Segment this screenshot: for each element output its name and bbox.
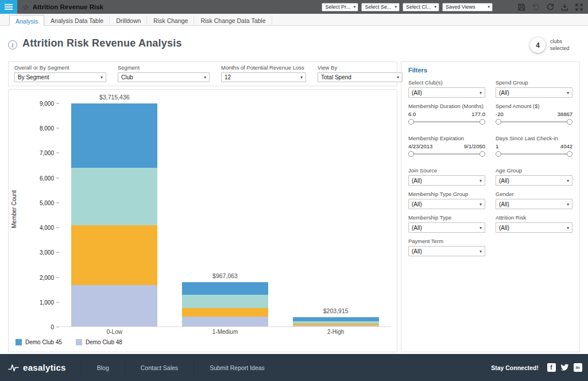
- slider-handle-min[interactable]: [496, 151, 501, 157]
- hamburger-menu-button[interactable]: [0, 0, 17, 14]
- facebook-icon[interactable]: f: [547, 363, 556, 372]
- expand-icon[interactable]: [575, 3, 583, 11]
- brand-name: easalytics: [23, 363, 66, 372]
- y-tick: 0: [51, 324, 59, 330]
- bar-segment[interactable]: [182, 317, 268, 327]
- topbar-select-select-cl[interactable]: Select Cl...▾: [403, 3, 439, 11]
- select-value: (All): [412, 201, 422, 207]
- control-select-months-of-potential-revenue-loss[interactable]: 12▾: [221, 72, 306, 82]
- footer-link-blog[interactable]: Blog: [82, 364, 125, 371]
- control-overall-or-by-segment: Overall or By SegmentBy Segment▾: [14, 64, 106, 82]
- topbar-select-saved-views[interactable]: Saved Views▾: [442, 3, 493, 11]
- bar-segment[interactable]: [293, 317, 379, 321]
- clubs-selected-badge: 4 clubs selected: [530, 37, 574, 53]
- favorite-star-icon[interactable]: ☆: [22, 3, 29, 11]
- control-label: Segment: [118, 64, 210, 71]
- filter-attrition-risk: Attrition Risk(All)▾: [496, 214, 572, 233]
- legend-item-demo-club-45[interactable]: Demo Club 45: [16, 339, 62, 345]
- info-icon[interactable]: i: [8, 40, 17, 49]
- filter-select-select-club-s[interactable]: (All)▾: [408, 87, 485, 98]
- y-tick-label: 0: [51, 324, 54, 330]
- x-axis-label: 2-High: [280, 327, 391, 336]
- topbar-select-select-pr[interactable]: Select Pr...▾: [322, 3, 358, 11]
- refresh-icon[interactable]: [546, 3, 555, 11]
- bar-segment[interactable]: [293, 324, 379, 325]
- bar-segment[interactable]: [182, 308, 268, 317]
- twitter-icon[interactable]: [560, 363, 569, 372]
- slider-handle-min[interactable]: [496, 119, 501, 125]
- bar-segment[interactable]: [293, 321, 379, 324]
- filter-gender: Gender(All)▾: [496, 191, 572, 209]
- chevron-down-icon: ▾: [488, 5, 490, 9]
- tab-drilldown[interactable]: Drilldown: [110, 15, 147, 25]
- control-select-overall-or-by-segment[interactable]: By Segment▾: [14, 72, 106, 82]
- filter-membership-type-group: Membership Type Group(All)▾: [408, 191, 485, 209]
- slider-handle-max[interactable]: [567, 151, 572, 157]
- topbar-select-select-se[interactable]: Select Se...▾: [361, 3, 400, 11]
- bar-1-medium: $967,063: [170, 103, 281, 327]
- filter-membership-expiration: Membership Expiration4/23/20139/1/2050: [408, 135, 485, 158]
- slider-handle-min[interactable]: [408, 119, 414, 125]
- bar-segment[interactable]: [293, 325, 379, 327]
- legend-label: Demo Club 48: [86, 339, 122, 345]
- range-slider[interactable]: [496, 151, 572, 158]
- filter-spend-group: Spend Group(All)▾: [496, 79, 572, 98]
- y-axis: 01,0002,0003,0004,0005,0006,0007,0008,00…: [28, 103, 59, 327]
- filter-label: Age Group: [496, 167, 572, 174]
- slider-handle-min[interactable]: [408, 151, 414, 157]
- linkedin-icon[interactable]: in: [573, 363, 582, 372]
- content-row: Overall or By SegmentBy Segment▾SegmentC…: [8, 61, 580, 352]
- range-slider[interactable]: [408, 118, 485, 126]
- main-content: i Attrition Risk Revenue Analysis 4 club…: [0, 26, 588, 354]
- filter-label: Select Club(s): [408, 79, 485, 86]
- bar-segment[interactable]: [71, 103, 157, 168]
- filter-join-source: Join Source(All)▾: [408, 167, 485, 186]
- y-tick-label: 7,000: [40, 150, 54, 156]
- filter-select-membership-type-group[interactable]: (All)▾: [408, 199, 485, 209]
- tab-risk-change-data-table[interactable]: Risk Change Data Table: [194, 15, 272, 25]
- slider-handle-max[interactable]: [479, 151, 485, 157]
- filter-select-membership-type[interactable]: (All)▾: [408, 222, 485, 233]
- plot-area: $3,715,436$967,063$203,915: [59, 103, 391, 327]
- export-icon[interactable]: [560, 3, 569, 11]
- range-slider[interactable]: [496, 118, 572, 126]
- range-slider[interactable]: [408, 151, 485, 158]
- chart-column: Overall or By SegmentBy Segment▾SegmentC…: [8, 61, 397, 352]
- chevron-down-icon: ▾: [394, 5, 397, 9]
- filter-select-spend-group[interactable]: (All)▾: [496, 87, 572, 98]
- select-value: (All): [412, 178, 422, 184]
- control-select-view-by[interactable]: Total Spend▾: [318, 72, 403, 82]
- bar-segment[interactable]: [71, 225, 157, 286]
- slider-track: [497, 153, 571, 155]
- tab-analysis[interactable]: Analysis: [9, 15, 44, 26]
- filter-select-payment-term[interactable]: (All)▾: [408, 246, 485, 256]
- tab-analysis-data-table[interactable]: Analysis Data Table: [44, 15, 110, 25]
- bar-segment[interactable]: [71, 168, 157, 225]
- filter-select-age-group[interactable]: (All)▾: [496, 175, 572, 186]
- legend-item-demo-club-48[interactable]: Demo Club 48: [76, 339, 122, 345]
- chevron-down-icon: ▾: [567, 90, 569, 95]
- filter-select-join-source[interactable]: (All)▾: [408, 175, 485, 186]
- control-select-segment[interactable]: Club▾: [118, 72, 210, 82]
- chevron-down-icon: ▾: [479, 249, 482, 254]
- y-tick: 6,000: [40, 175, 59, 181]
- y-tick-label: 3,000: [40, 249, 54, 256]
- bar-segment[interactable]: [71, 285, 157, 327]
- footer-link-contact-sales[interactable]: Contact Sales: [125, 364, 194, 371]
- range-max-value: 4042: [560, 143, 572, 149]
- footer-link-submit-report-ideas[interactable]: Submit Report Ideas: [194, 364, 280, 371]
- tab-risk-change[interactable]: Risk Change: [147, 15, 194, 25]
- attrition-chart: Member Count 01,0002,0003,0004,0005,0006…: [8, 89, 397, 352]
- footer-right: Stay Connected! fin: [491, 363, 582, 372]
- filter-select-gender[interactable]: (All)▾: [496, 199, 572, 209]
- undo-icon[interactable]: [532, 3, 540, 11]
- save-icon[interactable]: [517, 3, 526, 11]
- slider-handle-max[interactable]: [479, 119, 485, 125]
- bar-segment[interactable]: [182, 295, 268, 307]
- range-min-value: 4/23/2013: [408, 143, 432, 149]
- brand[interactable]: easalytics: [8, 362, 66, 373]
- filter-select-attrition-risk[interactable]: (All)▾: [496, 222, 572, 233]
- slider-handle-max[interactable]: [567, 119, 572, 125]
- bar-segment[interactable]: [182, 282, 268, 295]
- x-axis-labels: 0-Low1-Medium2-High: [59, 327, 391, 336]
